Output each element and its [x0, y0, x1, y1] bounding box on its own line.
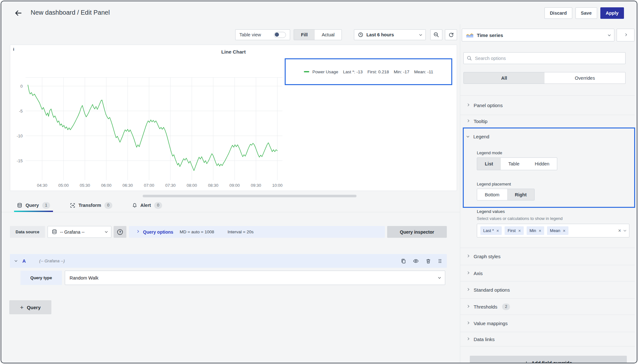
add-query-button[interactable]: + Query: [9, 300, 51, 314]
sidebar-section-axis[interactable]: Axis: [460, 265, 635, 281]
datasource-value: -- Grafana --: [60, 229, 102, 235]
fill-actual-switch: Fill Actual: [294, 29, 342, 40]
datasource-picker[interactable]: -- Grafana --: [48, 226, 111, 238]
tab-label: Query: [26, 203, 39, 208]
drag-handle[interactable]: [438, 258, 442, 264]
x-tick-label: 06:00: [101, 183, 112, 188]
query-type-label: Query type: [20, 271, 62, 285]
chip-remove-icon[interactable]: ×: [539, 229, 541, 233]
chevron-down-icon: [624, 229, 626, 231]
series-line: [28, 85, 277, 171]
sidebar-section-value-mappings[interactable]: Value mappings: [460, 315, 635, 332]
x-tick-label: 05:30: [80, 183, 90, 188]
chip-remove-icon[interactable]: ×: [518, 229, 521, 233]
zoom-out-button[interactable]: [430, 29, 442, 40]
pane-resize-handle[interactable]: [143, 195, 357, 197]
chip-remove-icon[interactable]: ×: [496, 229, 499, 233]
add-field-override-button[interactable]: + Add field override: [470, 356, 627, 363]
legend-placement-bottom[interactable]: Bottom: [477, 189, 507, 200]
clear-all-icon[interactable]: ×: [618, 228, 621, 233]
y-tick-label: -5: [19, 109, 23, 113]
arrow-left-icon: [14, 9, 22, 17]
apply-button[interactable]: Apply: [600, 7, 624, 19]
query-type-select[interactable]: Random Walk: [65, 271, 445, 285]
chip-label: Min: [529, 228, 536, 233]
eye-icon: [413, 258, 419, 264]
tab-all[interactable]: All: [464, 72, 544, 84]
save-button[interactable]: Save: [575, 7, 597, 19]
query-options-meta: MD = auto = 1008Interval = 20s: [173, 229, 254, 234]
back-button[interactable]: [13, 8, 24, 18]
sidebar-section-thresholds[interactable]: Thresholds2: [460, 298, 635, 315]
tab-alert[interactable]: Alert0: [131, 199, 163, 212]
visualization-picker[interactable]: Time series: [462, 29, 614, 41]
legend-stats: Last *: -13First: 0.218Min: -17Mean: -11: [343, 69, 433, 74]
tab-badge: 0: [104, 202, 112, 209]
sidebar-section-panel-options[interactable]: Panel options: [460, 95, 635, 115]
bell-icon: [132, 203, 137, 208]
x-tick-label: 09:00: [229, 183, 240, 188]
actual-option[interactable]: Actual: [315, 30, 342, 40]
legend-mode-hidden[interactable]: Hidden: [527, 158, 557, 170]
tab-overrides[interactable]: Overrides: [544, 72, 625, 84]
legend-placement-group: BottomRight: [477, 189, 535, 200]
sidebar-section-standard-options[interactable]: Standard options: [460, 281, 635, 298]
x-tick-label: 04:30: [37, 183, 48, 188]
chevron-down-icon: [608, 33, 611, 36]
legend-placement-right[interactable]: Right: [507, 189, 534, 200]
chip-label: Last *: [483, 228, 494, 233]
search-input[interactable]: [474, 55, 622, 61]
sidebar-section-tooltip[interactable]: Tooltip: [460, 115, 635, 127]
series-color-swatch: [304, 71, 309, 72]
clock-icon: [358, 32, 363, 37]
chevron-right-icon: [467, 305, 469, 307]
query-options-meta-item: Interval = 20s: [228, 229, 253, 234]
chevron-right-icon: [467, 103, 469, 106]
query-options-bar[interactable]: Query options MD = auto = 1008Interval =…: [129, 226, 385, 238]
section-legend[interactable]: Legend: [467, 134, 489, 139]
fill-option[interactable]: Fill: [294, 30, 315, 40]
table-view-toggle[interactable]: [274, 32, 286, 38]
chevron-right-icon: [467, 337, 469, 340]
legend-mode-table[interactable]: Table: [501, 158, 527, 170]
legend-value-chip-min: Min×: [527, 226, 544, 235]
tab-transform[interactable]: Transform0: [69, 199, 114, 212]
chip-remove-icon[interactable]: ×: [563, 229, 566, 233]
x-tick-label: 07:30: [165, 183, 176, 188]
query-row-a[interactable]: A (-- Grafana --): [10, 254, 447, 268]
collapse-chevron-icon[interactable]: [15, 259, 17, 262]
query-ref-id: A: [22, 258, 26, 264]
collapse-options-pane-button[interactable]: [617, 29, 634, 41]
search-icon: [467, 56, 472, 61]
time-range-picker[interactable]: Last 6 hours: [354, 29, 426, 40]
hide-query-button[interactable]: [413, 258, 419, 264]
sidebar-section-data-links[interactable]: Data links: [460, 332, 635, 346]
duplicate-query-button[interactable]: [401, 258, 406, 264]
plus-icon: +: [525, 360, 528, 364]
refresh-button[interactable]: [445, 29, 457, 40]
visualization-label: Time series: [477, 33, 605, 38]
legend-mode-list[interactable]: List: [477, 158, 501, 170]
discard-button[interactable]: Discard: [544, 7, 572, 19]
chevron-right-icon: [467, 288, 469, 291]
datasource-help-button[interactable]: ?: [114, 226, 126, 238]
tab-label: Alert: [140, 203, 151, 208]
chevron-right-icon: [467, 120, 469, 122]
header-actions: Discard Save Apply: [544, 7, 624, 19]
tab-query[interactable]: Query1: [16, 199, 51, 212]
svg-text:?: ?: [119, 230, 121, 234]
delete-query-button[interactable]: [426, 258, 431, 264]
chip-label: First: [507, 228, 515, 233]
query-row-datasource: (-- Grafana --): [39, 258, 65, 263]
grip-dots-icon: [438, 258, 442, 264]
query-options-label: Query options: [143, 229, 173, 235]
y-tick-label: -10: [17, 134, 23, 138]
legend-series-item[interactable]: Power Usage: [304, 69, 338, 74]
chevron-down-icon: [467, 135, 469, 137]
legend-values-select[interactable]: Last *×First×Min×Mean× ×: [477, 224, 629, 237]
section-label: Value mappings: [474, 321, 507, 326]
query-inspector-button[interactable]: Query inspector: [387, 226, 447, 238]
section-badge: 2: [502, 303, 510, 310]
sidebar-section-graph-styles[interactable]: Graph styles: [460, 248, 635, 265]
chevron-right-icon: [467, 255, 469, 257]
